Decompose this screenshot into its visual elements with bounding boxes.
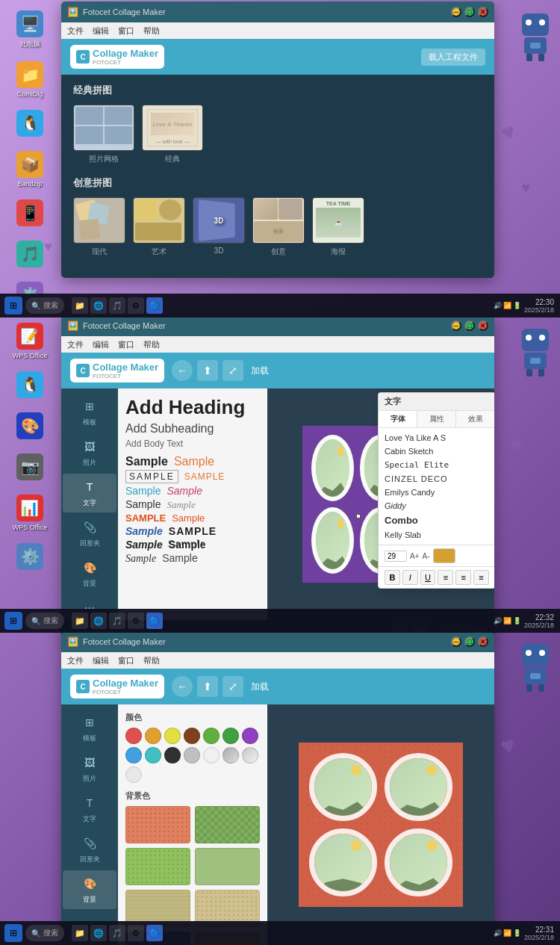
taskbar-app-1b[interactable]: 🌐 (90, 297, 107, 314)
font-s5-left[interactable]: SAMPLE (125, 512, 166, 524)
sidebar-templates-2[interactable]: ⊞ 模板 (63, 393, 116, 432)
minimize-btn-1[interactable]: ─ (451, 7, 461, 17)
menu-window-1[interactable]: 窗口 (118, 25, 134, 37)
circle-4[interactable] (311, 507, 354, 574)
swatch-offwhite[interactable] (125, 766, 142, 783)
nav-back-btn-2[interactable]: ← (172, 360, 193, 381)
font-item-giddy[interactable]: Giddy (379, 499, 494, 512)
menu-file-3[interactable]: 文件 (67, 655, 84, 666)
swatch-cyan[interactable] (145, 747, 161, 763)
bg-thumb-3[interactable] (125, 848, 190, 885)
maximize-btn-3[interactable]: □ (464, 636, 475, 647)
taskbar-app-1d[interactable]: ⚙ (128, 297, 144, 314)
swatch-green[interactable] (223, 728, 239, 744)
font-item-combo[interactable]: Combo (379, 512, 494, 528)
desktop-icon-computer[interactable]: 🖥️ 此电脑 (13, 7, 46, 52)
circle-1[interactable] (311, 435, 354, 501)
menu-help-2[interactable]: 帮助 (143, 339, 160, 350)
taskbar-app-3a[interactable]: 📁 (72, 925, 88, 941)
import-btn[interactable]: 载入工程文件 (421, 49, 485, 66)
desktop-icon-app1[interactable]: 📱 (13, 196, 46, 232)
swatch-gradient2[interactable] (242, 747, 258, 763)
sidebar-text-3[interactable]: T 文字 (63, 790, 116, 828)
close-btn-1[interactable]: ✕ (478, 7, 488, 17)
font-item-cinzeldeco[interactable]: CINZEL DECO (379, 472, 494, 486)
sidebar-templates-3[interactable]: ⊞ 模板 (63, 709, 116, 748)
sidebar-photos-3[interactable]: 🖼 照片 (63, 749, 116, 788)
taskbar-app-1c[interactable]: 🎵 (109, 297, 125, 314)
sidebar-clip-2[interactable]: 📎 回形夹 (63, 514, 116, 553)
taskbar-app-3c[interactable]: 🎵 (109, 925, 125, 941)
desktop-icon-app2[interactable]: 🎵 (13, 238, 46, 273)
font-s7-right[interactable]: Sample (169, 539, 206, 551)
align-right-btn[interactable]: ≡ (473, 570, 489, 585)
font-size-up[interactable]: A+ (410, 552, 420, 560)
swatch-yellow[interactable] (164, 728, 181, 744)
subheading-demo[interactable]: Add Subheading (125, 422, 260, 436)
expand-btn-3[interactable]: ⤢ (223, 676, 243, 697)
menu-edit-3[interactable]: 编辑 (93, 655, 109, 666)
nav-back-btn-3[interactable]: ← (172, 676, 193, 697)
font-color-swatch[interactable] (433, 548, 455, 563)
swatch-blue[interactable] (125, 747, 142, 763)
menu-window-2[interactable]: 窗口 (118, 339, 134, 350)
font-item-emilycandy[interactable]: Emilys Candy (379, 486, 494, 499)
sidebar-clip-3[interactable]: 📎 回形夹 (63, 830, 116, 869)
menu-edit-2[interactable]: 编辑 (93, 339, 109, 350)
underline-btn[interactable]: U (420, 570, 436, 585)
share-btn-2[interactable]: ⬆ (197, 360, 218, 381)
search-bar-1[interactable]: 🔍 搜索 (25, 297, 64, 314)
body-demo[interactable]: Add Body Text (125, 439, 260, 449)
font-s6-left[interactable]: Sample (125, 525, 163, 537)
taskbar-app-2b[interactable]: 🌐 (90, 613, 107, 629)
close-btn-3[interactable]: ✕ (478, 636, 488, 647)
search-bar-3[interactable]: 🔍 搜索 (25, 925, 64, 941)
font-s6-right[interactable]: SAMPLE (169, 525, 217, 537)
swatch-brown[interactable] (184, 728, 200, 744)
template-art[interactable]: 艺术 (133, 197, 185, 257)
desktop-icon-photopea[interactable]: 🎨 (13, 409, 46, 444)
font-item-kellyslab[interactable]: Kelly Slab (379, 528, 494, 542)
font-s8-left[interactable]: Sample (125, 553, 156, 565)
italic-btn[interactable]: I (402, 570, 418, 585)
font-tab-face[interactable]: 字体 (379, 411, 417, 427)
circle-b[interactable] (385, 753, 452, 821)
desktop-icon-bandzip[interactable]: 📦 Bandzip (13, 148, 46, 190)
swatch-purple[interactable] (242, 728, 258, 744)
menu-window-3[interactable]: 窗口 (118, 655, 134, 666)
font-size-down[interactable]: A- (423, 552, 430, 560)
taskbar-app-3d[interactable]: ⚙ (128, 925, 144, 941)
menu-file-1[interactable]: 文件 (67, 25, 84, 37)
desktop-icon-camera[interactable]: 📷 (13, 450, 46, 486)
swatch-black[interactable] (164, 747, 181, 763)
swatch-white[interactable] (203, 747, 220, 763)
close-btn-2[interactable]: ✕ (478, 320, 488, 331)
sidebar-bg-3[interactable]: 🎨 背景 (63, 870, 116, 909)
share-btn-3[interactable]: ⬆ (197, 676, 218, 697)
menu-file-2[interactable]: 文件 (67, 339, 84, 350)
bold-btn[interactable]: B (385, 570, 400, 585)
swatch-red[interactable] (125, 728, 142, 744)
font-tab-props[interactable]: 属性 (417, 411, 456, 427)
taskbar-app-2a[interactable]: 📁 (72, 613, 88, 629)
template-3d[interactable]: 3D 3D (193, 197, 245, 257)
font-s5-right[interactable]: Sample (172, 512, 205, 524)
sidebar-text-2[interactable]: T 文字 (63, 474, 116, 512)
sidebar-bg-2[interactable]: 🎨 背景 (63, 554, 116, 593)
align-left-btn[interactable]: ≡ (438, 570, 453, 585)
font-s7-left[interactable]: Sample (125, 539, 163, 551)
expand-btn-2[interactable]: ⤢ (223, 360, 243, 381)
taskbar-app-3e[interactable]: 🔵 (146, 925, 163, 941)
swatch-lightgray[interactable] (184, 747, 200, 763)
bg-thumb-1[interactable] (125, 806, 190, 843)
font-s2-left[interactable]: SAMPLE (125, 470, 178, 483)
template-classic[interactable]: Love & Thanks — with love — 经典 (142, 105, 203, 164)
minimize-btn-2[interactable]: ─ (451, 320, 461, 331)
template-creative[interactable]: 创意 创意 (252, 197, 305, 257)
maximize-btn-2[interactable]: □ (464, 320, 475, 331)
font-s1-right[interactable]: Sample (174, 455, 214, 468)
taskbar-app-2e[interactable]: 🔵 (146, 613, 163, 629)
taskbar-app-2d[interactable]: ⚙ (128, 613, 144, 629)
desktop-icon-settings[interactable]: ⚙️ (13, 540, 46, 575)
font-item-cabisketch[interactable]: Cabin Sketch (379, 444, 494, 458)
